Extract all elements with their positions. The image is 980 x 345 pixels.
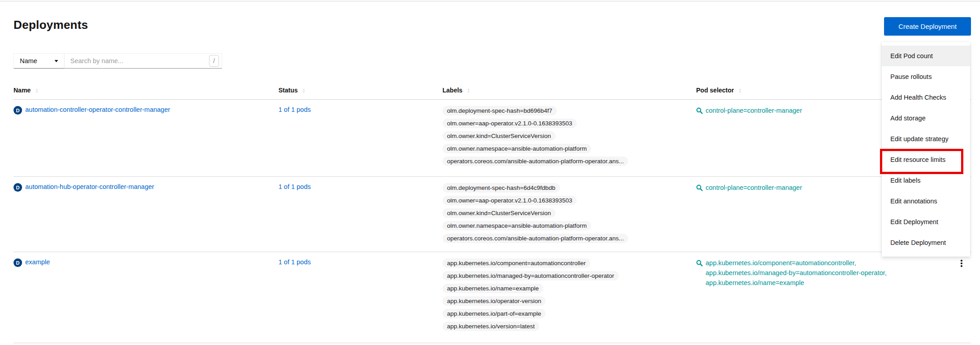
deployment-kind-badge: D bbox=[14, 183, 22, 192]
search-input[interactable] bbox=[64, 53, 222, 69]
label-pill: olm.owner.namespace=ansible-automation-p… bbox=[442, 221, 591, 230]
kebab-menu-icon[interactable] bbox=[958, 260, 965, 267]
table-row: D example 1 of 1 pods app.kubernetes.io/… bbox=[14, 252, 971, 343]
column-header-status[interactable]: Status↕ bbox=[278, 82, 442, 100]
menu-item-edit-update-strategy[interactable]: Edit update strategy bbox=[882, 129, 970, 149]
labels-list: olm.deployment-spec-hash=bd696b4f7 olm.o… bbox=[442, 106, 692, 166]
filter-type-dropdown[interactable]: Name bbox=[14, 53, 64, 69]
label-pill: olm.owner=aap-operator.v2.1.0-0.16383935… bbox=[442, 119, 577, 128]
pods-status-link[interactable]: 1 of 1 pods bbox=[278, 258, 311, 266]
keyboard-shortcut-hint: / bbox=[209, 55, 219, 67]
actions-dropdown-menu: Edit Pod count Pause rollouts Add Health… bbox=[882, 42, 970, 257]
label-pill: olm.deployment-spec-hash=bd696b4f7 bbox=[442, 106, 557, 115]
create-deployment-button[interactable]: Create Deployment bbox=[884, 17, 971, 36]
label-pill: olm.owner=aap-operator.v2.1.0-0.16383935… bbox=[442, 196, 577, 205]
deployments-table: Name↕ Status↕ Labels↕ Pod selector↕ D au… bbox=[14, 82, 971, 343]
label-pill: app.kubernetes.io/version=latest bbox=[442, 322, 539, 331]
label-pill: app.kubernetes.io/managed-by=automationc… bbox=[442, 271, 619, 281]
deployment-name-link[interactable]: automation-controller-operator-controlle… bbox=[25, 106, 170, 113]
table-row: D automation-hub-operator-controller-man… bbox=[14, 177, 971, 252]
menu-item-pause-rollouts[interactable]: Pause rollouts bbox=[882, 66, 970, 87]
search-icon bbox=[696, 107, 703, 114]
deployment-resource-link[interactable]: D example bbox=[14, 258, 274, 267]
label-pill: operators.coreos.com/ansible-automation-… bbox=[442, 156, 628, 166]
menu-item-edit-resource-limits[interactable]: Edit resource limits bbox=[882, 149, 970, 170]
column-header-name[interactable]: Name↕ bbox=[14, 82, 278, 100]
menu-item-add-storage[interactable]: Add storage bbox=[882, 108, 970, 129]
label-pill: app.kubernetes.io/name=example bbox=[442, 284, 543, 293]
labels-list: olm.deployment-spec-hash=6d4c9fdbdb olm.… bbox=[442, 183, 692, 243]
search-wrap: / bbox=[64, 53, 222, 69]
pods-status-link[interactable]: 1 of 1 pods bbox=[278, 183, 311, 190]
deployment-resource-link[interactable]: D automation-controller-operator-control… bbox=[14, 106, 274, 115]
label-pill: app.kubernetes.io/part-of=example bbox=[442, 309, 546, 318]
labels-list: app.kubernetes.io/component=automationco… bbox=[442, 258, 692, 331]
label-pill: olm.deployment-spec-hash=6d4c9fdbdb bbox=[442, 183, 560, 193]
menu-item-edit-deployment[interactable]: Edit Deployment bbox=[882, 212, 970, 232]
menu-item-delete-deployment[interactable]: Delete Deployment bbox=[882, 232, 970, 253]
label-pill: app.kubernetes.io/operator-version bbox=[442, 296, 546, 306]
chevron-down-icon bbox=[55, 60, 58, 62]
filter-toolbar: Name / bbox=[14, 53, 222, 69]
menu-item-edit-labels[interactable]: Edit labels bbox=[882, 170, 970, 191]
page-title: Deployments bbox=[14, 18, 88, 32]
sort-icon[interactable]: ↕ bbox=[35, 87, 38, 94]
search-icon bbox=[696, 260, 703, 267]
deployment-resource-link[interactable]: D automation-hub-operator-controller-man… bbox=[14, 183, 274, 192]
deployment-name-link[interactable]: example bbox=[25, 258, 50, 266]
deployment-name-link[interactable]: automation-hub-operator-controller-manag… bbox=[25, 183, 154, 190]
sort-icon[interactable]: ↕ bbox=[738, 87, 742, 94]
column-header-labels[interactable]: Labels↕ bbox=[442, 82, 696, 100]
deployment-kind-badge: D bbox=[14, 106, 22, 115]
label-pill: app.kubernetes.io/component=automationco… bbox=[442, 258, 590, 268]
menu-item-edit-annotations[interactable]: Edit annotations bbox=[882, 191, 970, 212]
sort-icon[interactable]: ↕ bbox=[302, 87, 305, 94]
label-pill: olm.owner.namespace=ansible-automation-p… bbox=[442, 144, 591, 153]
pods-status-link[interactable]: 1 of 1 pods bbox=[278, 106, 311, 113]
pod-selector-link[interactable]: app.kubernetes.io/component=automationco… bbox=[696, 258, 951, 288]
menu-item-add-health-checks[interactable]: Add Health Checks bbox=[882, 87, 970, 108]
sort-icon[interactable]: ↕ bbox=[467, 87, 470, 94]
filter-type-label: Name bbox=[20, 57, 37, 64]
table-header-row: Name↕ Status↕ Labels↕ Pod selector↕ bbox=[14, 82, 971, 100]
label-pill: olm.owner.kind=ClusterServiceVersion bbox=[442, 208, 556, 218]
label-pill: olm.owner.kind=ClusterServiceVersion bbox=[442, 131, 556, 141]
label-pill: operators.coreos.com/ansible-automation-… bbox=[442, 234, 628, 243]
table-row: D automation-controller-operator-control… bbox=[14, 100, 971, 177]
search-icon bbox=[696, 184, 703, 191]
masthead-divider bbox=[0, 1, 980, 1]
deployment-kind-badge: D bbox=[14, 258, 22, 267]
menu-item-edit-pod-count[interactable]: Edit Pod count bbox=[882, 46, 970, 66]
